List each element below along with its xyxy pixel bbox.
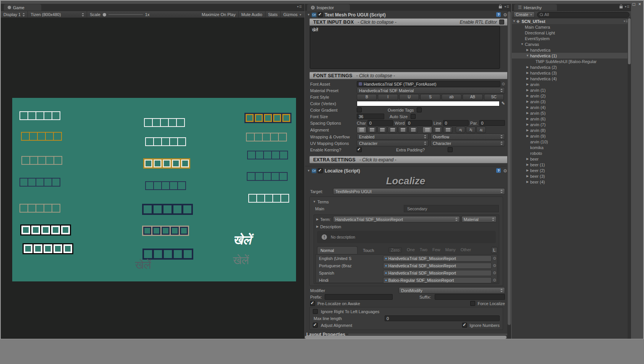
language-font-field[interactable]: ●HandveticaTrial SDF_MissionReport bbox=[383, 255, 492, 262]
mute-audio-button[interactable]: Mute Audio bbox=[239, 11, 265, 18]
object-picker-icon[interactable]: ⊙ bbox=[502, 82, 505, 86]
color-swatch[interactable] bbox=[357, 101, 500, 106]
term-dropdown[interactable]: HandveticaTrial SDF_MissionReport bbox=[333, 216, 460, 223]
font-style-i-button[interactable]: I bbox=[378, 94, 398, 100]
plural-two-label[interactable]: Two bbox=[420, 247, 427, 253]
expand-arrow-icon[interactable]: ▶ bbox=[526, 180, 529, 184]
kerning-checkbox[interactable] bbox=[357, 147, 362, 152]
font-style-ab-button[interactable]: AB bbox=[463, 94, 482, 100]
hierarchy-item-arvin-4[interactable]: ▶arvin (4) bbox=[512, 104, 631, 110]
font-style-b-button[interactable]: B bbox=[357, 94, 377, 100]
help-icon[interactable]: ? bbox=[496, 168, 501, 173]
font-settings-header[interactable]: FONT SETTINGS- Click to collapse - bbox=[309, 72, 508, 79]
ignore-numbers-checkbox[interactable] bbox=[462, 323, 467, 328]
hierarchy-item-arvin[interactable]: ▶arvin bbox=[512, 81, 631, 87]
font-size-field[interactable]: 36 bbox=[357, 114, 384, 119]
align-center-icon[interactable] bbox=[367, 127, 377, 133]
hierarchy-item-beer-3[interactable]: ▶beer (3) bbox=[512, 173, 631, 179]
hierarchy-item-arvin-10[interactable]: arvin (10) bbox=[512, 139, 631, 145]
overflow-dropdown[interactable]: Overflow bbox=[430, 133, 505, 140]
hierarchy-item-handvetica-4[interactable]: ▶handvetica (4) bbox=[512, 76, 631, 81]
scale-slider-knob[interactable] bbox=[103, 13, 106, 16]
gear-icon[interactable]: ⚙ bbox=[503, 168, 507, 174]
suffix-field[interactable] bbox=[435, 294, 505, 300]
align-right-icon[interactable] bbox=[377, 127, 387, 133]
create-button[interactable]: Create▼ bbox=[513, 11, 535, 18]
tab-hierarchy[interactable]: ☰ Hierarchy bbox=[514, 4, 557, 11]
hierarchy-item-beer-2[interactable]: ▶beer (2) bbox=[512, 167, 631, 173]
valign-top-icon[interactable] bbox=[422, 127, 432, 133]
secondary-tab[interactable]: Secondary bbox=[404, 205, 499, 212]
plural-few-label[interactable]: Few bbox=[432, 247, 440, 253]
object-picker-icon[interactable]: ⊙ bbox=[493, 278, 496, 282]
close-window-icon[interactable]: × bbox=[638, 2, 641, 7]
font-asset-field[interactable]: HandveticaTrial SDF (TMP_FontAsset) bbox=[357, 81, 500, 87]
expand-arrow-icon[interactable]: ▶ bbox=[526, 128, 529, 132]
font-style-s-button[interactable]: S bbox=[420, 94, 440, 100]
text-input-box-header[interactable]: TEXT INPUT BOX- Click to collapse - Enab… bbox=[309, 18, 508, 26]
term-foldout-icon[interactable]: ▶ bbox=[316, 218, 319, 221]
font-style-u-button[interactable]: U bbox=[399, 94, 419, 100]
plural-zero-label[interactable]: Zero bbox=[388, 247, 402, 253]
term-material-dropdown[interactable]: Material bbox=[461, 216, 497, 223]
expand-arrow-icon[interactable]: ▼ bbox=[526, 54, 529, 57]
align-justify-icon[interactable] bbox=[388, 127, 397, 133]
hierarchy-item-arvin-5[interactable]: ▶arvin (5) bbox=[512, 110, 631, 116]
adjust-alignment-checkbox[interactable] bbox=[313, 323, 318, 328]
maximize-window-icon[interactable]: □ bbox=[633, 2, 635, 7]
stats-button[interactable]: Stats bbox=[265, 11, 281, 18]
capline-icon[interactable]: A̲j bbox=[476, 127, 486, 133]
tab-touch[interactable]: Touch bbox=[363, 248, 374, 254]
search-input[interactable]: All bbox=[537, 12, 629, 18]
align-left-icon[interactable] bbox=[357, 127, 366, 133]
expand-arrow-icon[interactable]: ▶ bbox=[526, 123, 529, 126]
hierarchy-item-main-camera[interactable]: Main Camera bbox=[512, 24, 631, 30]
expand-arrow-icon[interactable]: ▶ bbox=[526, 111, 529, 115]
help-icon[interactable]: ? bbox=[496, 12, 501, 17]
color-gradient-checkbox[interactable] bbox=[357, 107, 362, 112]
localize-enabled-checkbox[interactable] bbox=[318, 168, 323, 173]
spacing-par-field[interactable]: 0 bbox=[479, 120, 505, 126]
hierarchy-item-arvin-9[interactable]: ▶arvin (9) bbox=[512, 133, 631, 139]
tmp-enabled-checkbox[interactable] bbox=[318, 12, 323, 17]
scene-row[interactable]: ▼ ◆ SCN_UITest ▾☰ bbox=[512, 18, 631, 24]
scale-slider-track[interactable] bbox=[108, 14, 143, 15]
plural-many-label[interactable]: Many bbox=[445, 247, 456, 253]
ignore-rtl-checkbox[interactable] bbox=[313, 309, 318, 314]
expand-arrow-icon[interactable]: ▶ bbox=[526, 88, 529, 92]
prelocalize-checkbox[interactable] bbox=[310, 301, 315, 306]
extra-padding-checkbox[interactable] bbox=[448, 147, 453, 152]
language-font-field[interactable]: ●Baloo-Regular SDF_MissionReport bbox=[383, 277, 492, 283]
terms-foldout-icon[interactable]: ▼ bbox=[313, 200, 316, 203]
hierarchy-item-beer-4[interactable]: ▶beer (4) bbox=[512, 179, 631, 185]
expand-arrow-icon[interactable]: ▶ bbox=[526, 134, 529, 138]
expand-arrow-icon[interactable]: ▶ bbox=[526, 169, 529, 172]
font-style-sc-button[interactable]: SC bbox=[484, 94, 504, 100]
hierarchy-item-beer-1[interactable]: ▶beer (1) bbox=[512, 162, 631, 167]
display-dropdown[interactable]: Display 1 bbox=[1, 11, 28, 18]
lock-icon[interactable] bbox=[499, 6, 502, 8]
hierarchy-item-arvin-8[interactable]: ▶arvin (8) bbox=[512, 127, 631, 133]
game-panel-menu-icon[interactable]: ▾☰ bbox=[297, 5, 302, 8]
hierarchy-item-eventsystem[interactable]: EventSystem bbox=[512, 36, 631, 41]
eyedropper-icon[interactable]: ✎ bbox=[502, 101, 505, 106]
expand-arrow-icon[interactable]: ▶ bbox=[526, 106, 529, 109]
expand-arrow-icon[interactable]: ▶ bbox=[526, 174, 529, 178]
object-picker-icon[interactable]: ⊙ bbox=[493, 256, 496, 260]
expand-arrow-icon[interactable]: ▶ bbox=[526, 71, 529, 75]
prefix-field[interactable] bbox=[325, 294, 393, 300]
uv-horizontal-dropdown[interactable]: Character bbox=[357, 140, 429, 146]
midline-icon[interactable]: A̅j bbox=[466, 127, 476, 133]
hierarchy-item-handvetica[interactable]: ▶handvetica bbox=[512, 47, 631, 53]
hierarchy-item-handvetica-1[interactable]: ▼handvetica (1) bbox=[512, 53, 631, 58]
expand-arrow-icon[interactable]: ▶ bbox=[526, 100, 529, 103]
hierarchy-item-arvin-6[interactable]: ▶arvin (6) bbox=[512, 116, 631, 122]
baseline-icon[interactable]: Aj bbox=[456, 127, 465, 133]
expand-arrow-icon[interactable]: ▶ bbox=[526, 157, 529, 161]
expand-arrow-icon[interactable]: ▶ bbox=[526, 77, 529, 80]
target-dropdown[interactable]: TextMeshPro UGUI bbox=[333, 188, 505, 195]
description-foldout-icon[interactable]: ▶ bbox=[316, 225, 319, 228]
rtl-editor-checkbox[interactable] bbox=[499, 20, 504, 24]
expand-arrow-icon[interactable]: ▶ bbox=[526, 163, 529, 166]
foldout-arrow-icon[interactable]: ▼ bbox=[307, 13, 310, 16]
